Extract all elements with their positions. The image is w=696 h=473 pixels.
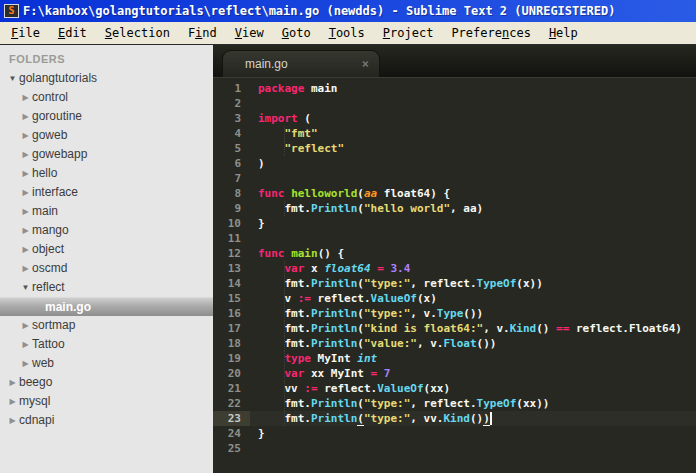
menu-find[interactable]: Find — [179, 23, 226, 44]
chevron-right-icon[interactable]: ▶ — [6, 392, 19, 411]
token: func — [258, 187, 285, 200]
sidebar-item-reflect[interactable]: ▼reflect — [0, 278, 213, 297]
code-line[interactable]: 24} — [213, 426, 696, 441]
line-number: 4 — [213, 126, 250, 141]
chevron-right-icon[interactable]: ▶ — [19, 145, 32, 164]
chevron-right-icon[interactable]: ▶ — [19, 316, 32, 335]
token: ()) — [477, 337, 497, 350]
code-line[interactable]: 11 — [213, 231, 696, 246]
menu-help[interactable]: Help — [540, 23, 587, 44]
chevron-down-icon[interactable]: ▼ — [19, 278, 32, 297]
token: x — [304, 262, 324, 275]
code-line[interactable]: 13 var x float64 = 3.4 — [213, 261, 696, 276]
chevron-right-icon[interactable]: ▶ — [6, 411, 19, 430]
sidebar-item-web[interactable]: ▶web — [0, 354, 213, 373]
token: , v. — [410, 307, 437, 320]
token: package — [258, 82, 304, 95]
code-line[interactable]: 20 var xx MyInt = 7 — [213, 366, 696, 381]
token: type — [285, 352, 312, 365]
code-line[interactable]: 9 fmt.Println("hello world", aa) — [213, 201, 696, 216]
token: , vv. — [410, 412, 443, 425]
token: ) — [258, 157, 265, 170]
code-line[interactable]: 22 fmt.Println("type:", reflect.TypeOf(x… — [213, 396, 696, 411]
chevron-down-icon[interactable]: ▼ — [6, 69, 19, 88]
code-line[interactable]: 7 — [213, 171, 696, 186]
code-text: ) — [250, 156, 696, 171]
code-line[interactable]: 4 "fmt" — [213, 126, 696, 141]
sidebar-item-object[interactable]: ▶object — [0, 240, 213, 259]
sidebar-item-main-go[interactable]: main.go — [0, 297, 213, 316]
code-line[interactable]: 1package main — [213, 81, 696, 96]
code-line[interactable]: 23 fmt.Println("type:", vv.Kind()) — [213, 411, 696, 426]
sidebar-item-oscmd[interactable]: ▶oscmd — [0, 259, 213, 278]
token: main — [291, 247, 318, 260]
token: ()) — [463, 307, 483, 320]
token: 7 — [384, 367, 391, 380]
sidebar-item-tattoo[interactable]: ▶Tattoo — [0, 335, 213, 354]
code-line[interactable]: 17 fmt.Println("kind is float64:", v.Kin… — [213, 321, 696, 336]
code-line[interactable]: 6) — [213, 156, 696, 171]
chevron-right-icon[interactable]: ▶ — [6, 373, 19, 392]
menu-file[interactable]: File — [2, 23, 49, 44]
sidebar-item-golangtutorials[interactable]: ▼golangtutorials — [0, 69, 213, 88]
token: Println — [311, 397, 357, 410]
menu-goto[interactable]: Goto — [273, 23, 320, 44]
code-line[interactable]: 16 fmt.Println("type:", v.Type()) — [213, 306, 696, 321]
code-line[interactable]: 12func main() { — [213, 246, 696, 261]
token: "type:" — [364, 412, 410, 425]
sidebar-item-goroutine[interactable]: ▶goroutine — [0, 107, 213, 126]
code-line[interactable]: 18 fmt.Println("value:", v.Float()) — [213, 336, 696, 351]
chevron-right-icon[interactable]: ▶ — [19, 164, 32, 183]
sidebar-item-sortmap[interactable]: ▶sortmap — [0, 316, 213, 335]
sidebar-item-mango[interactable]: ▶mango — [0, 221, 213, 240]
code-line[interactable]: 8func helloworld(aa float64) { — [213, 186, 696, 201]
chevron-right-icon[interactable]: ▶ — [19, 107, 32, 126]
code-line[interactable]: 19 type MyInt int — [213, 351, 696, 366]
token: Float — [443, 337, 476, 350]
code-line[interactable]: 10} — [213, 216, 696, 231]
chevron-right-icon[interactable]: ▶ — [19, 240, 32, 259]
code-line[interactable]: 2 — [213, 96, 696, 111]
sidebar-item-hello[interactable]: ▶hello — [0, 164, 213, 183]
code-line[interactable]: 21 vv := reflect.ValueOf(xx) — [213, 381, 696, 396]
close-icon[interactable]: × — [362, 57, 369, 71]
chevron-right-icon[interactable]: ▶ — [19, 88, 32, 107]
sidebar-item-goweb[interactable]: ▶goweb — [0, 126, 213, 145]
token: main — [304, 82, 337, 95]
token — [258, 367, 285, 380]
chevron-right-icon[interactable]: ▶ — [19, 335, 32, 354]
token: Println — [311, 202, 357, 215]
code-line[interactable]: 5 "reflect" — [213, 141, 696, 156]
token: TypeOf — [477, 277, 517, 290]
menu-tools[interactable]: Tools — [320, 23, 374, 44]
sidebar-item-control[interactable]: ▶control — [0, 88, 213, 107]
sidebar-item-gowebapp[interactable]: ▶gowebapp — [0, 145, 213, 164]
sidebar-item-interface[interactable]: ▶interface — [0, 183, 213, 202]
code-line[interactable]: 14 fmt.Println("type:", reflect.TypeOf(x… — [213, 276, 696, 291]
chevron-right-icon[interactable]: ▶ — [19, 354, 32, 373]
token: Type — [437, 307, 464, 320]
code-line[interactable]: 15 v := reflect.ValueOf(x) — [213, 291, 696, 306]
token: fmt. — [258, 397, 311, 410]
sidebar-item-main[interactable]: ▶main — [0, 202, 213, 221]
chevron-right-icon[interactable]: ▶ — [19, 259, 32, 278]
menu-edit[interactable]: Edit — [49, 23, 96, 44]
chevron-right-icon[interactable]: ▶ — [19, 183, 32, 202]
menu-view[interactable]: View — [226, 23, 273, 44]
code-editor[interactable]: 1package main23import (4 "fmt"5 "reflect… — [213, 77, 696, 473]
line-number: 10 — [213, 216, 250, 231]
sidebar-item-beego[interactable]: ▶beego — [0, 373, 213, 392]
code-text — [250, 96, 696, 111]
chevron-right-icon[interactable]: ▶ — [19, 221, 32, 240]
menu-selection[interactable]: Selection — [96, 23, 179, 44]
menu-project[interactable]: Project — [374, 23, 443, 44]
tab-main-go[interactable]: main.go × — [222, 50, 380, 77]
code-line[interactable]: 3import ( — [213, 111, 696, 126]
chevron-right-icon[interactable]: ▶ — [19, 126, 32, 145]
menu-preferences[interactable]: Preferences — [442, 23, 540, 44]
sidebar-item-cdnapi[interactable]: ▶cdnapi — [0, 411, 213, 430]
title-bar[interactable]: S F:\kanbox\golangtutorials\reflect\main… — [0, 0, 696, 22]
code-line[interactable]: 25 — [213, 441, 696, 456]
sidebar-item-mysql[interactable]: ▶mysql — [0, 392, 213, 411]
chevron-right-icon[interactable]: ▶ — [19, 202, 32, 221]
